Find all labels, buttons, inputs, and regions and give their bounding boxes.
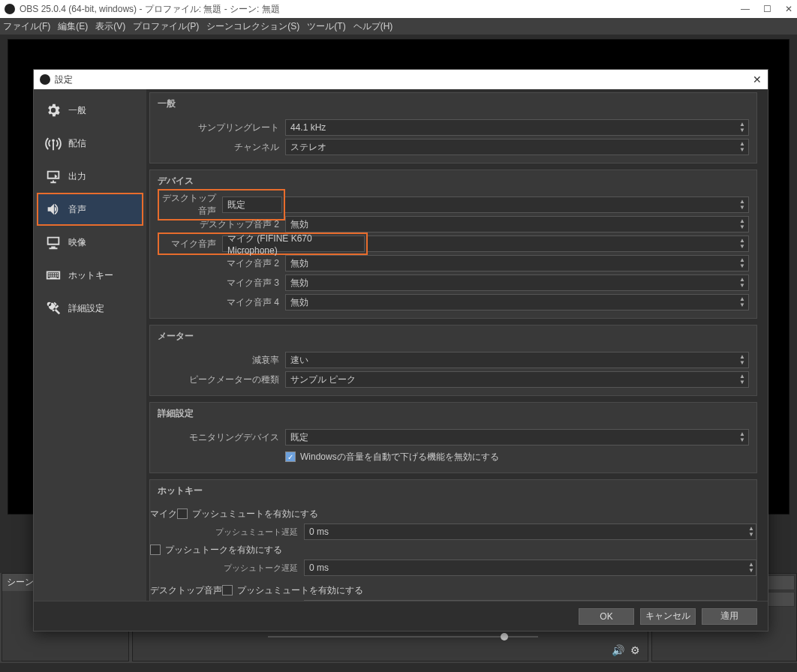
- sample-rate-label: サンプリングレート: [158, 122, 285, 134]
- chevron-updown-icon: ▲▼: [739, 354, 745, 366]
- decay-rate-combo[interactable]: 速い▲▼: [285, 352, 749, 368]
- cancel-button[interactable]: キャンセル: [640, 608, 696, 625]
- sidebar-item-general[interactable]: 一般: [37, 94, 143, 127]
- menubar: ファイル(F) 編集(E) 表示(V) プロファイル(P) シーンコレクション(…: [0, 18, 797, 34]
- chevron-updown-icon: ▲▼: [739, 296, 745, 308]
- hotkey-desktop-head: デスクトップ音声: [150, 584, 222, 597]
- desktop-audio-label: デスクトップ音声: [161, 192, 222, 218]
- monitoring-device-combo[interactable]: 既定▲▼: [285, 429, 749, 446]
- peak-meter-type-combo[interactable]: サンプル ピーク▲▼: [285, 371, 749, 388]
- chevron-updown-icon: ▲▼: [739, 431, 745, 443]
- ok-button[interactable]: OK: [579, 608, 634, 625]
- mic-audio-4-combo[interactable]: 無効▲▼: [285, 294, 749, 310]
- mic-ptm-enable-label: プッシュミュートを有効にする: [192, 508, 318, 520]
- obs-logo-icon: [40, 74, 50, 85]
- mic-ptm-delay-input[interactable]: 0 ms▲▼: [304, 524, 756, 540]
- mic-ptt-delay-label: プッシュトーク遅延: [150, 562, 304, 574]
- group-advanced-title: 詳細設定: [150, 403, 756, 428]
- chevron-updown-icon: ▲▼: [739, 122, 745, 134]
- obs-logo-icon: [5, 4, 15, 14]
- sidebar-item-output[interactable]: 出力: [37, 160, 143, 193]
- desktop-ptm-enable-checkbox[interactable]: [222, 585, 233, 596]
- chevron-updown-icon: ▲▼: [739, 141, 745, 153]
- sidebar-item-label: 音声: [68, 203, 86, 216]
- apply-button[interactable]: 適用: [702, 608, 757, 625]
- main-window-title: OBS 25.0.4 (64-bit, windows) - プロファイル: 無…: [20, 3, 280, 16]
- mic-ptt-delay-input[interactable]: 0 ms▲▼: [304, 560, 756, 576]
- mic-audio-3-label: マイク音声 3: [158, 277, 285, 290]
- mic-audio-2-label: マイク音声 2: [158, 257, 285, 270]
- tools-icon: [44, 299, 62, 317]
- mic-audio-combo[interactable]: マイク (FIFINE K670 Microphone): [222, 236, 365, 252]
- desktop-audio-combo-ext[interactable]: ▲▼: [285, 196, 749, 213]
- sample-rate-combo[interactable]: 44.1 kHz▲▼: [285, 119, 749, 136]
- decay-rate-label: 減衰率: [158, 354, 285, 367]
- menu-file[interactable]: ファイル(F): [3, 20, 50, 33]
- group-general-title: 一般: [150, 93, 756, 118]
- settings-dialog: 設定 ✕ 一般 配信 出力 音声 映像: [33, 69, 768, 632]
- monitor-icon: [44, 233, 62, 251]
- dialog-footer: OK キャンセル 適用: [34, 601, 768, 631]
- mic-audio-label: マイク音声: [161, 238, 222, 250]
- desktop-audio-2-label: デスクトップ音声 2: [158, 218, 285, 231]
- dialog-title: 設定: [55, 74, 73, 86]
- group-devices: デバイス デスクトップ音声 既定 ▲▼ デスクトップ音声 2 無効▲▼ マイク音…: [149, 170, 757, 319]
- mic-audio-2-combo[interactable]: 無効▲▼: [285, 255, 749, 272]
- sidebar-item-label: 配信: [68, 137, 86, 150]
- desktop-audio-highlight: デスクトップ音声 既定: [158, 189, 285, 220]
- settings-content[interactable]: 一般 サンプリングレート 44.1 kHz▲▼ チャンネル ステレオ▲▼ デバイ…: [146, 89, 768, 601]
- menu-view[interactable]: 表示(V): [95, 20, 125, 33]
- menu-edit[interactable]: 編集(E): [58, 20, 88, 33]
- sidebar-item-advanced[interactable]: 詳細設定: [37, 292, 143, 325]
- group-hotkeys: ホットキー マイク プッシュミュートを有効にする プッシュミュート遅延 0 ms…: [149, 479, 757, 601]
- desktop-audio-combo[interactable]: 既定: [222, 196, 282, 213]
- sidebar-item-label: 詳細設定: [68, 302, 104, 315]
- mic-audio-combo-ext[interactable]: ▲▼: [368, 236, 749, 252]
- menu-tools[interactable]: ツール(T): [307, 20, 345, 33]
- menu-profile[interactable]: プロファイル(P): [133, 20, 199, 33]
- sidebar-item-audio[interactable]: 音声: [37, 193, 143, 226]
- chevron-updown-icon: ▲▼: [739, 277, 745, 289]
- keyboard-icon: [44, 266, 62, 284]
- sidebar-item-video[interactable]: 映像: [37, 226, 143, 259]
- mic-audio-3-combo[interactable]: 無効▲▼: [285, 274, 749, 291]
- desktop-audio-2-combo[interactable]: 無効▲▼: [285, 216, 749, 232]
- mic-ptt-enable-label: プッシュトークを有効にする: [165, 544, 282, 556]
- chevron-updown-icon: ▲▼: [739, 238, 745, 250]
- menu-scene-collection[interactable]: シーンコレクション(S): [206, 20, 299, 33]
- group-advanced: 詳細設定 モニタリングデバイス 既定▲▼ ✓ Windowsの音量を自動で下げる…: [149, 402, 757, 473]
- desktop-ptm-enable-label: プッシュミュートを有効にする: [237, 584, 363, 597]
- sidebar-item-stream[interactable]: 配信: [37, 127, 143, 160]
- chevron-updown-icon: ▲▼: [739, 374, 745, 386]
- audio-volume-slider[interactable]: [268, 634, 538, 639]
- spinner-icon[interactable]: ▲▼: [748, 526, 754, 538]
- sidebar-item-label: 一般: [68, 104, 86, 117]
- menu-help[interactable]: ヘルプ(H): [353, 20, 393, 33]
- mic-audio-4-label: マイク音声 4: [158, 296, 285, 309]
- sidebar-item-label: 映像: [68, 236, 86, 249]
- disable-ducking-checkbox[interactable]: ✓: [285, 452, 296, 462]
- close-button[interactable]: ✕: [785, 4, 792, 14]
- maximize-button[interactable]: ☐: [763, 4, 771, 14]
- monitor-arrow-icon: [44, 167, 62, 185]
- group-hotkeys-title: ホットキー: [150, 480, 756, 505]
- group-meters-title: メーター: [150, 326, 756, 350]
- channels-combo[interactable]: ステレオ▲▼: [285, 139, 749, 155]
- gear-icon: [44, 101, 62, 119]
- sidebar-item-hotkeys[interactable]: ホットキー: [37, 259, 143, 292]
- channels-label: チャンネル: [158, 141, 285, 154]
- group-meters: メーター 減衰率 速い▲▼ ピークメーターの種類 サンプル ピーク▲▼: [149, 325, 757, 396]
- monitoring-device-label: モニタリングデバイス: [158, 431, 285, 444]
- desktop-ptm-delay-input[interactable]: 0 ms▲▼: [304, 600, 756, 601]
- dialog-close-button[interactable]: ✕: [753, 74, 762, 86]
- disable-ducking-label: Windowsの音量を自動で下げる機能を無効にする: [300, 451, 499, 464]
- speaker-icon[interactable]: 🔊: [612, 644, 624, 656]
- main-titlebar: OBS 25.0.4 (64-bit, windows) - プロファイル: 無…: [0, 0, 797, 18]
- mic-audio-highlight: マイク音声 マイク (FIFINE K670 Microphone): [158, 232, 368, 255]
- mic-ptm-delay-label: プッシュミュート遅延: [150, 526, 304, 538]
- spinner-icon[interactable]: ▲▼: [748, 562, 754, 574]
- mic-ptm-enable-checkbox[interactable]: [177, 508, 188, 519]
- gear-icon[interactable]: ⚙: [630, 644, 640, 656]
- minimize-button[interactable]: ―: [741, 4, 750, 14]
- mic-ptt-enable-checkbox[interactable]: [150, 544, 161, 555]
